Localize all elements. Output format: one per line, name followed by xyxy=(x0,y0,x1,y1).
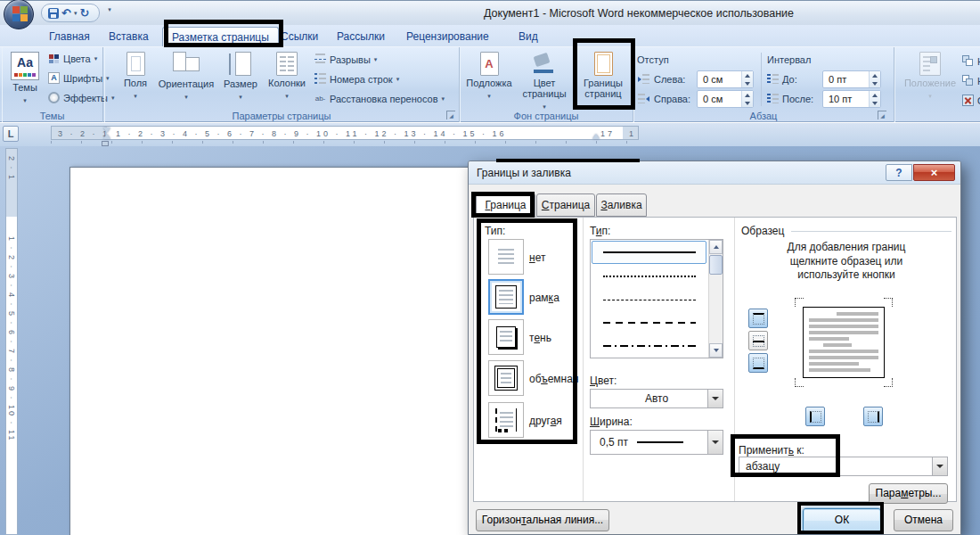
columns-button[interactable]: Колонки▾ xyxy=(261,49,313,108)
border-setting-custom[interactable] xyxy=(488,402,524,438)
line-numbers-button[interactable]: Номера строк▾ xyxy=(314,70,399,87)
page-borders-button[interactable]: Границы страниц xyxy=(576,49,631,108)
border-horizontal-button[interactable] xyxy=(748,331,768,350)
border-left-button[interactable] xyxy=(805,407,825,426)
line-style-dash-dot[interactable] xyxy=(591,334,707,358)
indent-right-spin-arrows[interactable] xyxy=(741,91,753,107)
position-button[interactable]: Положение ▾ xyxy=(898,49,962,108)
position-icon xyxy=(919,52,941,76)
watermark-icon: A xyxy=(480,52,499,76)
spacing-before-spin-arrows[interactable] xyxy=(869,71,880,87)
ribbon: Aa Темы ▾ Цвета▾ A Шрифты▾ Эффекты▾ xyxy=(0,46,980,122)
border-bottom-button[interactable] xyxy=(748,353,768,373)
preview-paragraph[interactable] xyxy=(803,307,885,378)
ruler-end-number: 17 xyxy=(600,129,615,138)
line-style-dashed-small[interactable] xyxy=(591,288,707,311)
dialog-help-button[interactable]: ? xyxy=(886,164,912,181)
dialog-close-button[interactable]: × xyxy=(913,164,955,181)
indent-left-spin-arrows[interactable] xyxy=(741,71,753,87)
watermark-button[interactable]: A Подложка▾ xyxy=(465,49,513,108)
send-backward-button[interactable]: Н xyxy=(962,72,980,89)
tab-insert[interactable]: Вставка xyxy=(100,27,158,46)
theme-effects-icon xyxy=(48,92,60,103)
spacing-before-input[interactable]: 0 пт xyxy=(822,70,881,88)
options-button[interactable]: Параметры... xyxy=(869,483,948,504)
indent-right-label: Справа: xyxy=(654,94,690,104)
indent-right-input[interactable]: 0 см xyxy=(697,90,754,108)
scroll-thumb[interactable] xyxy=(709,255,723,275)
ribbon-tab-row: Главная Вставка Разметка страницы Ссылки… xyxy=(0,25,980,46)
line-numbers-icon xyxy=(314,73,326,85)
border-setting-shadow-label: тень xyxy=(529,332,551,344)
spacing-after-input[interactable]: 10 пт xyxy=(822,90,881,108)
apply-to-combo-arrow-icon[interactable] xyxy=(932,457,947,475)
horizontal-line-button[interactable]: Горизонтальная линия... xyxy=(476,509,609,531)
undo-icon[interactable]: ↶ xyxy=(61,7,71,19)
orientation-button[interactable]: Ориентация▾ xyxy=(155,49,217,108)
dialog-title-bar[interactable]: Границы и заливка ? × xyxy=(469,161,960,185)
horizontal-ruler[interactable]: 3 · 2 · 1 1 · 2 · 3 · 4 · 5 · 6 · 7 · 8 … xyxy=(51,126,639,140)
theme-colors-button[interactable]: Цвета▾ xyxy=(48,50,97,67)
text-wrap-button[interactable]: О xyxy=(962,92,980,109)
border-setting-none-label: нет xyxy=(529,251,545,264)
border-setting-3d-label: объемная xyxy=(529,373,578,385)
border-right-button[interactable] xyxy=(863,407,883,426)
border-setting-3d[interactable] xyxy=(488,360,524,396)
color-combobox[interactable]: Авто xyxy=(590,389,723,408)
tab-home[interactable]: Главная xyxy=(40,27,99,46)
line-style-scrollbar[interactable] xyxy=(708,240,723,358)
hyphenation-button[interactable]: ab- Расстановка переносов▾ xyxy=(314,90,445,107)
qat-customize-icon[interactable]: ▾ xyxy=(103,6,116,20)
theme-fonts-button[interactable]: A Шрифты▾ xyxy=(48,70,110,86)
breaks-button[interactable]: Разрывы▾ xyxy=(314,51,377,68)
line-style-solid[interactable] xyxy=(592,241,706,264)
border-setting-box[interactable] xyxy=(488,279,524,315)
spacing-after-spin-arrows[interactable] xyxy=(869,91,880,107)
page-setup-dialog-launcher[interactable]: ◢ xyxy=(446,111,455,119)
scroll-down-button[interactable] xyxy=(709,343,723,358)
cancel-button[interactable]: Отмена xyxy=(894,509,953,531)
preview-box[interactable] xyxy=(795,298,893,387)
dialog-tab-border[interactable]: Граница xyxy=(476,193,535,218)
width-combo-arrow-icon[interactable] xyxy=(707,431,723,454)
tab-review[interactable]: Рецензирование xyxy=(397,27,498,46)
border-setting-none[interactable] xyxy=(488,239,524,275)
columns-icon xyxy=(276,52,298,76)
dialog-tab-page[interactable]: Страница xyxy=(536,193,595,217)
width-combobox[interactable]: 0,5 пт xyxy=(590,430,723,455)
indent-right-icon xyxy=(638,93,649,104)
dialog-tab-shading[interactable]: Заливка xyxy=(596,193,647,217)
paragraph-dialog-launcher[interactable]: ◢ xyxy=(878,111,886,119)
border-setting-shadow[interactable] xyxy=(488,319,524,355)
size-button[interactable]: Размер▾ xyxy=(218,49,263,108)
save-icon[interactable] xyxy=(48,8,59,19)
page-color-button[interactable]: Цвет страницы▾ xyxy=(517,49,572,108)
tab-stop-selector[interactable]: L xyxy=(3,126,19,142)
tab-references[interactable]: Ссылки xyxy=(272,27,327,46)
spacing-section-label: Интервал xyxy=(767,54,811,65)
tab-mailings[interactable]: Рассылки xyxy=(328,27,394,46)
right-indent-marker[interactable] xyxy=(592,134,600,139)
ok-button[interactable]: ОК xyxy=(803,508,881,532)
spacing-after-icon xyxy=(767,93,779,104)
hanging-indent-marker[interactable] xyxy=(103,134,110,139)
margins-button[interactable]: Поля▾ xyxy=(116,49,155,108)
undo-caret-icon[interactable]: ▾ xyxy=(74,10,78,16)
bring-forward-button[interactable]: Н xyxy=(962,53,980,70)
apply-to-combobox[interactable]: абзацу xyxy=(739,457,948,476)
border-setting-box-label: рамка xyxy=(529,292,559,304)
indent-left-input[interactable]: 0 см xyxy=(697,70,754,88)
line-style-dashed-large[interactable] xyxy=(591,311,707,334)
scroll-up-button[interactable] xyxy=(709,240,723,254)
tab-page-layout[interactable]: Разметка страницы xyxy=(162,27,279,46)
tab-view[interactable]: Вид xyxy=(510,27,547,46)
themes-button[interactable]: Aa Темы ▾ xyxy=(4,49,45,108)
color-combo-arrow-icon[interactable] xyxy=(707,390,723,407)
first-line-indent-marker[interactable] xyxy=(103,128,110,133)
office-button[interactable] xyxy=(4,0,34,29)
border-top-button[interactable] xyxy=(748,309,768,328)
vertical-ruler[interactable]: 2 · 1 1 · 2 · 3 · 4 · 5 · 6 · 7 · 8 · 9 … xyxy=(5,148,18,535)
line-style-list[interactable] xyxy=(590,239,723,358)
redo-icon[interactable]: ↻ xyxy=(79,7,89,19)
line-style-dotted[interactable] xyxy=(591,265,707,288)
